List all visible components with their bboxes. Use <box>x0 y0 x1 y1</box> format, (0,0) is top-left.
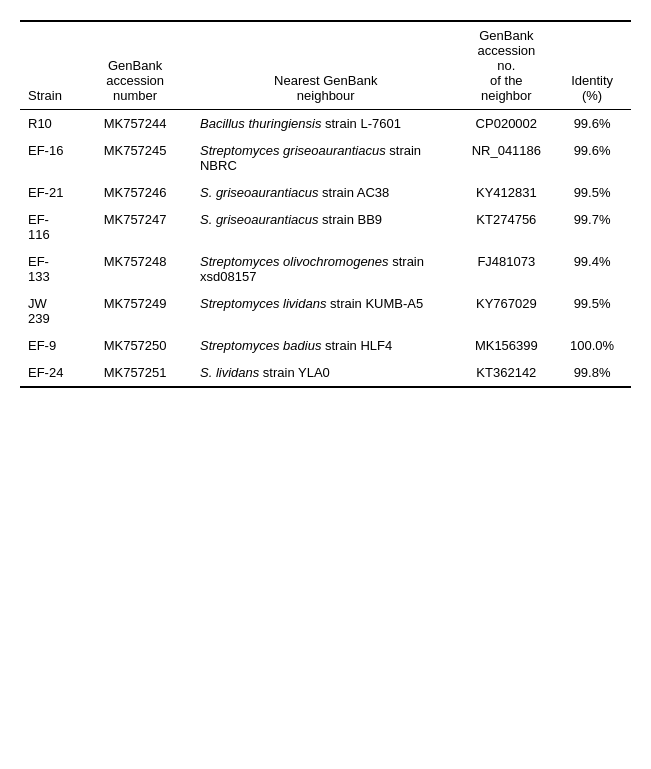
cell-neighbour: S. griseoaurantiacus strain AC38 <box>192 179 460 206</box>
table-row: EF-116MK757247S. griseoaurantiacus strai… <box>20 206 631 248</box>
cell-identity: 99.8% <box>553 359 631 387</box>
cell-strain: R10 <box>20 110 78 138</box>
cell-identity: 99.6% <box>553 110 631 138</box>
cell-neighbor-accession: CP020002 <box>460 110 554 138</box>
cell-neighbor-accession: MK156399 <box>460 332 554 359</box>
cell-neighbour: Streptomyces badius strain HLF4 <box>192 332 460 359</box>
col-header-strain: Strain <box>20 21 78 110</box>
table-row: EF-9MK757250Streptomyces badius strain H… <box>20 332 631 359</box>
cell-accession: MK757251 <box>78 359 192 387</box>
cell-neighbor-accession: NR_041186 <box>460 137 554 179</box>
cell-strain: EF-16 <box>20 137 78 179</box>
cell-strain: JW 239 <box>20 290 78 332</box>
cell-strain: EF-133 <box>20 248 78 290</box>
cell-neighbour: Bacillus thuringiensis strain L-7601 <box>192 110 460 138</box>
table-row: JW 239MK757249Streptomyces lividans stra… <box>20 290 631 332</box>
table-row: EF-133MK757248Streptomyces olivochromoge… <box>20 248 631 290</box>
col-header-identity: Identity (%) <box>553 21 631 110</box>
cell-strain: EF-21 <box>20 179 78 206</box>
cell-identity: 99.5% <box>553 290 631 332</box>
cell-strain: EF-116 <box>20 206 78 248</box>
cell-identity: 99.6% <box>553 137 631 179</box>
cell-accession: MK757247 <box>78 206 192 248</box>
cell-accession: MK757244 <box>78 110 192 138</box>
cell-identity: 99.7% <box>553 206 631 248</box>
cell-neighbour: Streptomyces griseoaurantiacus strain NB… <box>192 137 460 179</box>
cell-neighbor-accession: KT274756 <box>460 206 554 248</box>
table-row: EF-24MK757251S. lividans strain YLA0KT36… <box>20 359 631 387</box>
col-header-neighbour: Nearest GenBankneighbour <box>192 21 460 110</box>
cell-accession: MK757246 <box>78 179 192 206</box>
cell-neighbor-accession: KY412831 <box>460 179 554 206</box>
cell-strain: EF-9 <box>20 332 78 359</box>
cell-identity: 99.4% <box>553 248 631 290</box>
cell-neighbor-accession: FJ481073 <box>460 248 554 290</box>
cell-strain: EF-24 <box>20 359 78 387</box>
cell-accession: MK757248 <box>78 248 192 290</box>
cell-accession: MK757250 <box>78 332 192 359</box>
cell-accession: MK757245 <box>78 137 192 179</box>
col-header-neighbor-accession: GenBankaccession no.of theneighbor <box>460 21 554 110</box>
table-row: EF-16MK757245Streptomyces griseoaurantia… <box>20 137 631 179</box>
cell-neighbor-accession: KY767029 <box>460 290 554 332</box>
cell-neighbor-accession: KT362142 <box>460 359 554 387</box>
cell-neighbour: Streptomyces lividans strain KUMB-A5 <box>192 290 460 332</box>
table-row: R10MK757244Bacillus thuringiensis strain… <box>20 110 631 138</box>
cell-identity: 99.5% <box>553 179 631 206</box>
cell-neighbour: S. lividans strain YLA0 <box>192 359 460 387</box>
cell-neighbour: Streptomyces olivochromogenes strain xsd… <box>192 248 460 290</box>
cell-identity: 100.0% <box>553 332 631 359</box>
cell-neighbour: S. griseoaurantiacus strain BB9 <box>192 206 460 248</box>
col-header-accession: GenBankaccession number <box>78 21 192 110</box>
table-row: EF-21MK757246S. griseoaurantiacus strain… <box>20 179 631 206</box>
main-table: Strain GenBankaccession number Nearest G… <box>20 20 631 388</box>
cell-accession: MK757249 <box>78 290 192 332</box>
